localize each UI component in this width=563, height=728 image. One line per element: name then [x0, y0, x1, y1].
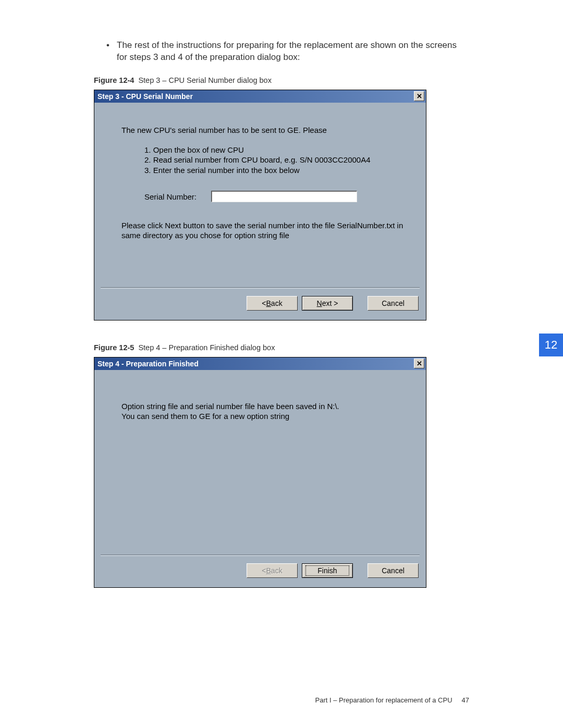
chapter-tab: 12	[539, 334, 563, 356]
figure-12-5-label: Figure 12-5	[94, 343, 134, 352]
back-button: < Back	[247, 563, 298, 578]
next-button[interactable]: Next >	[302, 296, 353, 311]
dialog-step4-title: Step 4 - Preparation Finished	[97, 360, 199, 368]
dialog-step4: Step 4 - Preparation Finished ✕ Option s…	[94, 357, 426, 588]
cancel-button[interactable]: Cancel	[368, 296, 419, 311]
page-footer: Part I – Preparation for replacement of …	[315, 696, 469, 704]
close-icon[interactable]: ✕	[414, 359, 424, 368]
intro-text: The rest of the instructions for prepari…	[117, 40, 469, 64]
dialog-step3-buttons: < Back Next > Cancel	[94, 289, 426, 320]
figure-12-4-caption: Figure 12-4 Step 3 – CPU Serial Number d…	[94, 76, 469, 84]
dialog-step3-item3: 3. Enter the serial number into the box …	[144, 165, 411, 176]
figure-12-4-text: Step 3 – CPU Serial Number dialog box	[138, 76, 272, 84]
serial-number-label: Serial Number:	[144, 192, 211, 201]
dialog-step3-titlebar: Step 3 - CPU Serial Number ✕	[94, 90, 426, 103]
dialog-step4-titlebar: Step 4 - Preparation Finished ✕	[94, 357, 426, 370]
footer-text: Part I – Preparation for replacement of …	[315, 696, 452, 704]
dialog-step4-buttons: < Back Finish Cancel	[94, 556, 426, 587]
cancel-button[interactable]: Cancel	[368, 563, 419, 578]
dialog-step3-list: 1. Open the box of new CPU 2. Read seria…	[144, 145, 411, 176]
dialog-step3: Step 3 - CPU Serial Number ✕ The new CPU…	[94, 90, 426, 320]
page-number: 47	[462, 696, 469, 704]
dialog-step3-item1: 1. Open the box of new CPU	[144, 145, 411, 155]
dialog-step3-item2: 2. Read serial number from CPU board, e.…	[144, 155, 411, 165]
intro-bullet: • The rest of the instructions for prepa…	[106, 40, 469, 64]
serial-number-input[interactable]	[211, 191, 357, 202]
dialog-step4-line1: Option string file and serial number fil…	[121, 401, 411, 412]
figure-12-5-text: Step 4 – Preparation Finished dialog box	[138, 343, 275, 352]
dialog-step3-note: Please click Next button to save the ser…	[121, 221, 411, 241]
dialog-step3-title: Step 3 - CPU Serial Number	[97, 92, 193, 101]
back-button[interactable]: < Back	[247, 296, 298, 311]
figure-12-4-label: Figure 12-4	[94, 76, 134, 84]
dialog-step4-line2: You can send them to GE for a new option…	[121, 411, 411, 422]
finish-button[interactable]: Finish	[302, 563, 353, 578]
close-icon[interactable]: ✕	[414, 91, 424, 101]
bullet-dot: •	[106, 40, 117, 64]
dialog-step3-intro: The new CPU's serial number has to be se…	[121, 126, 411, 135]
figure-12-5-caption: Figure 12-5 Step 4 – Preparation Finishe…	[94, 343, 469, 352]
